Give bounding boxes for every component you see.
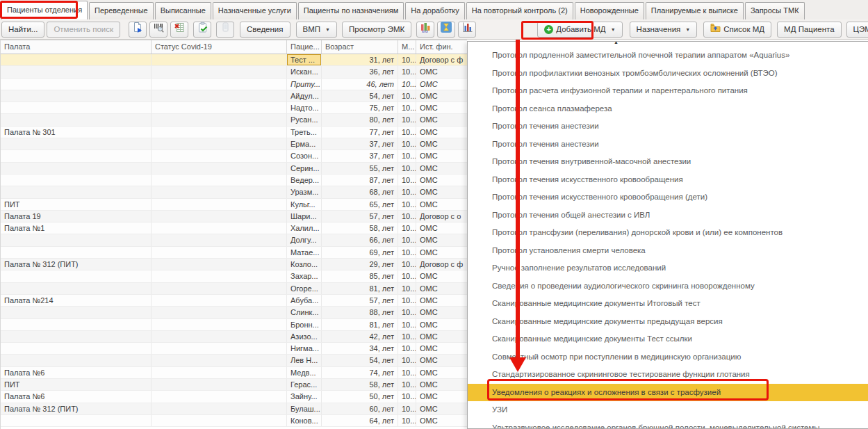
cell-age: 58, лет: [322, 379, 398, 390]
clipboard-check-button[interactable]: [193, 22, 211, 38]
export-document-button[interactable]: [129, 22, 147, 38]
menu-item[interactable]: Протокол расчета инфузионной терапии и п…: [468, 82, 868, 100]
menu-item[interactable]: Протокол течения искусственного кровообр…: [468, 188, 868, 207]
table-row[interactable]: Палата №6 Зайну... 50, лет 10... ОМС: [1, 391, 467, 403]
find-button[interactable]: Найти...: [1, 22, 44, 38]
column-header-age[interactable]: Возраст: [322, 40, 398, 54]
menu-item[interactable]: Протокол течения искусственного кровообр…: [468, 171, 868, 189]
table-row[interactable]: Палата № 312 (ПИТ) Козло... 29, лет 10..…: [1, 259, 467, 270]
column-header-patient[interactable]: Пацие...: [287, 40, 322, 54]
view-emk-button[interactable]: Просмотр ЭМК: [342, 22, 411, 38]
details-button[interactable]: Сведения: [240, 22, 290, 38]
table-row[interactable]: Искан... 36, лет 10... ОМС: [1, 66, 467, 78]
cell-funding: ОМС: [416, 186, 467, 197]
cell-covid-status: [152, 283, 287, 294]
vmp-dropdown-button[interactable]: ВМП▼: [296, 22, 337, 38]
xyz-analysis-button[interactable]: xyz: [416, 22, 434, 38]
table-row[interactable]: ПИТ Герас... 58, лет 10... ОМС: [1, 379, 467, 391]
barcode-scan-button[interactable]: [149, 22, 167, 38]
cell-age: 87, лет: [322, 175, 398, 186]
cell-ward: Палата 19: [1, 211, 152, 222]
menu-item[interactable]: Протокол установления смерти человека: [468, 242, 868, 260]
table-row[interactable]: Слинк... 88, лет 10... ОМС: [1, 307, 467, 318]
tab-9[interactable]: Планируемые к выписке: [646, 2, 744, 19]
menu-item[interactable]: Протокол трансфузии (переливания) донорс…: [468, 224, 868, 242]
menu-item[interactable]: Сканированные медицинские документы пред…: [468, 313, 868, 331]
menu-item[interactable]: Сканированные медицинские документы Тест…: [468, 330, 868, 348]
table-row[interactable]: Лев Н... 54, лет 10... ОМС: [1, 355, 467, 366]
menu-item[interactable]: УЗИ: [468, 401, 868, 419]
column-header-m[interactable]: М...: [398, 40, 416, 54]
table-row[interactable]: Русан... 80, лет 10... ОМС: [1, 114, 467, 126]
table-row[interactable]: Палата № 312 (ПИТ) Булаш... 60, лет 10..…: [1, 403, 467, 415]
table-row[interactable]: ПИТ Кульг... 65, лет 10... ОМС: [1, 199, 467, 211]
table-row[interactable]: Нигма... 34, лет 10... ОМС: [1, 343, 467, 355]
menu-item[interactable]: Протокол течения внутривенной-масочной а…: [468, 153, 868, 171]
cell-ward: [1, 415, 152, 426]
assignments-dropdown-button[interactable]: Назначения▼: [630, 22, 698, 38]
table-row[interactable]: Огоре... 81, лет 10... ОМС: [1, 283, 467, 295]
column-header-covid-status[interactable]: Статус Covid-19: [152, 40, 287, 54]
table-row[interactable]: Конов... 64, лет 10... ОМС: [1, 415, 467, 427]
table-row[interactable]: Созон... 37, лет 10... ОМС: [1, 150, 467, 162]
excel-remove-button[interactable]: [170, 22, 188, 38]
tab-label: На доработку: [411, 6, 459, 15]
table-row[interactable]: Палата №1 Халил... 58, лет 10... ОМС: [1, 222, 467, 234]
tab-10[interactable]: Запросы ТМК: [745, 2, 805, 19]
menu-item[interactable]: Протокол профилактики венозных тромбоэмб…: [468, 65, 868, 83]
md-list-button[interactable]: Список МД: [703, 22, 771, 38]
cell-age: 58, лет: [322, 222, 398, 234]
table-row[interactable]: Палата № 301 Треть... 77, лет 10... ОМС: [1, 127, 467, 138]
cell-patient: Огоре...: [287, 283, 322, 294]
annotation-box-add-md-button: [521, 21, 593, 40]
table-row[interactable]: Серин... 55, лет 10... ОМС: [1, 163, 467, 175]
table-row[interactable]: Матае... 69, лет 10... ОМС: [1, 247, 467, 259]
cell-covid-status: [152, 295, 287, 306]
table-row[interactable]: Азизо... 42, лет 10... ОМС: [1, 331, 467, 343]
tab-5[interactable]: Пациенты по назначениям: [298, 2, 404, 19]
tab-7[interactable]: На повторный контроль (2): [466, 2, 573, 19]
menu-item[interactable]: Протокол сеанса плазмафереза: [468, 100, 868, 118]
cell-covid-status: [152, 331, 287, 342]
table-row[interactable]: Приту... 46, лет 10... ОМС: [1, 79, 467, 90]
table-row[interactable]: Долгу... 66, лет 10... ОМС: [1, 234, 467, 246]
md-patient-button[interactable]: МД Пациента: [777, 22, 842, 38]
menu-item[interactable]: Протокол продленной заместительной почеч…: [468, 47, 868, 65]
tab-4[interactable]: Назначенные услуги: [213, 2, 297, 19]
tab-3[interactable]: Выписанные: [155, 2, 211, 19]
tab-6[interactable]: На доработку: [405, 2, 465, 19]
tab-8[interactable]: Новорожденные: [575, 2, 644, 19]
patients-table: Палата Статус Covid-19 Пацие... Возраст …: [0, 40, 467, 429]
column-header-funding[interactable]: Ист. фин.: [416, 40, 467, 54]
table-row[interactable]: Тест ... 31, лет 10... Договор с ф: [1, 54, 467, 66]
history-button[interactable]: [437, 22, 455, 38]
cell-funding: ОМС: [416, 391, 467, 402]
menu-item[interactable]: Протокол течения анестезии: [468, 118, 868, 136]
barcode-search-icon: [153, 22, 164, 38]
menu-item[interactable]: Ручное заполнение результатов исследован…: [468, 259, 868, 277]
menu-item[interactable]: Протокол течения анестезии: [468, 136, 868, 154]
column-header-ward[interactable]: Палата: [1, 40, 152, 54]
cemk-button[interactable]: ЦЭМК: [846, 22, 868, 38]
chart-button[interactable]: [458, 22, 476, 38]
menu-item[interactable]: Ультразвуковое исследование органов брюш…: [468, 419, 868, 429]
tab-2[interactable]: Переведенные: [89, 2, 154, 19]
menu-item[interactable]: Совместный осмотр при поступлении в меди…: [468, 348, 868, 366]
table-row[interactable]: Палата №6 Медв... 74, лет 10... ОМС: [1, 367, 467, 379]
table-row[interactable]: Палата №214 Абуба... 57, лет 10... ОМС: [1, 295, 467, 307]
cell-age: 46, лет: [322, 79, 398, 90]
table-row[interactable]: Надто... 75, лет 10... ОМС: [1, 102, 467, 114]
table-row[interactable]: Захар... 85, лет 10... ОМС: [1, 270, 467, 282]
table-row[interactable]: Ерма... 37, лет 10... ОМС: [1, 138, 467, 150]
menu-scroll-up[interactable]: ▲: [468, 42, 868, 47]
menu-item[interactable]: Сведения о проведении аудиологического с…: [468, 277, 868, 296]
device-button[interactable]: [216, 22, 234, 38]
menu-item[interactable]: Протокол течения общей анестезии с ИВЛ: [468, 207, 868, 225]
table-row[interactable]: Айдул... 54, лет 10... ОМС: [1, 90, 467, 102]
table-row[interactable]: Бронн... 81, лет 10... ОМС: [1, 319, 467, 331]
cancel-search-button[interactable]: Отменить поиск: [47, 22, 120, 38]
table-row[interactable]: Ведер... 87, лет 10... ОМС: [1, 175, 467, 186]
table-row[interactable]: Уразм... 68, лет 10... ОМС: [1, 186, 467, 198]
table-row[interactable]: Палата 19 Шари... 57, лет 10... Договор …: [1, 211, 467, 222]
menu-item[interactable]: Сканированные медицинские документы Итог…: [468, 295, 868, 313]
